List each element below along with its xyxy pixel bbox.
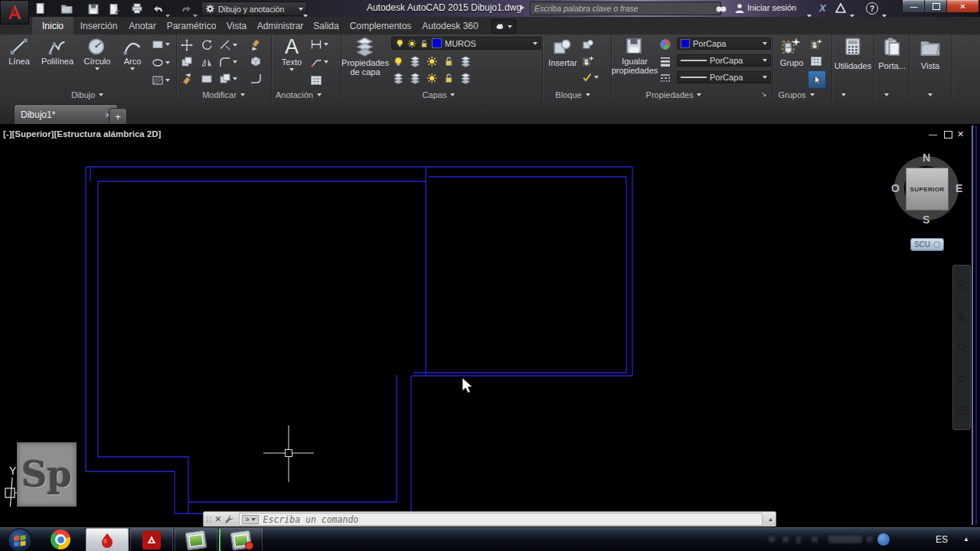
tab-parametrico[interactable]: Paramétrico <box>162 17 220 34</box>
layer-isolate-button[interactable] <box>393 56 404 67</box>
block-attributes-button[interactable] <box>582 72 599 83</box>
layer-dropdown[interactable]: MUROS <box>391 37 541 50</box>
layer-on-off-button[interactable] <box>393 73 404 84</box>
command-grip-icon[interactable]: ⁞⁞ <box>204 515 214 524</box>
undo-button[interactable] <box>150 2 167 15</box>
help-icon[interactable]: ? <box>866 2 878 15</box>
save-as-button[interactable] <box>106 2 122 15</box>
infocenter-collapse-icon[interactable] <box>520 5 524 11</box>
copy-button[interactable] <box>181 56 193 68</box>
open-file-button[interactable] <box>58 2 75 15</box>
tray-icon[interactable] <box>812 536 818 543</box>
tab-administrar[interactable]: Administrar <box>253 17 308 34</box>
tab-salida[interactable]: Salida <box>308 17 345 34</box>
scu-button[interactable]: SCU <box>910 238 944 251</box>
layer-thaw-button[interactable] <box>426 73 438 84</box>
exchange-apps-icon[interactable]: X <box>819 2 826 14</box>
command-history-up-icon[interactable]: ▲ <box>766 517 776 522</box>
panel-anotacion[interactable]: Anotación <box>253 87 345 102</box>
tab-vista[interactable]: Vista <box>220 17 253 34</box>
view-panel-button[interactable]: Vista <box>910 37 950 70</box>
minimize-button[interactable]: — <box>902 0 926 13</box>
steering-wheel-icon[interactable] <box>956 279 968 291</box>
layer-unisolate-button[interactable] <box>410 56 421 67</box>
tab-insercion[interactable]: Inserción <box>74 17 124 34</box>
explode-button[interactable] <box>250 56 262 68</box>
layer-freeze-button[interactable] <box>426 56 438 67</box>
drawing-area[interactable]: [-][Superior][Estructura alámbrica 2D] —… <box>0 124 980 527</box>
viewcube-north[interactable]: N <box>923 152 930 164</box>
group-selection-toggle[interactable] <box>808 70 826 89</box>
create-block-button[interactable] <box>582 38 594 51</box>
workspace-switcher[interactable]: Dibujo y anotación <box>201 2 307 16</box>
scale-button[interactable] <box>201 73 213 85</box>
panel-vista[interactable] <box>884 87 976 102</box>
move-button[interactable] <box>181 39 193 51</box>
panel-dibujo[interactable]: Dibujo <box>41 87 133 102</box>
redo-button[interactable] <box>178 2 194 15</box>
new-drawing-tab-button[interactable]: + <box>109 108 127 126</box>
tray-icon[interactable] <box>769 536 775 543</box>
tray-icon[interactable] <box>867 536 873 543</box>
close-button[interactable]: ✕ <box>946 0 979 13</box>
group-button[interactable]: Grupo <box>775 37 808 67</box>
circle-button[interactable]: Círculo <box>78 37 116 70</box>
object-color-dropdown[interactable]: PorCapa <box>677 37 771 50</box>
autocad-taskbar-button[interactable] <box>86 528 129 551</box>
clipboard-panel-button[interactable]: Porta... <box>875 37 909 70</box>
match-properties-button[interactable]: Igualarpropiedades <box>613 37 656 75</box>
tray-icon[interactable] <box>782 536 789 543</box>
group-edit-button[interactable] <box>810 55 822 67</box>
offset-button[interactable] <box>250 73 262 85</box>
text-button[interactable]: ATexto <box>276 36 308 71</box>
lineweight-dropdown[interactable]: PorCapa <box>677 54 771 67</box>
line-button[interactable]: Línea <box>3 37 35 66</box>
tray-expand-icon[interactable]: ▲ <box>963 536 969 543</box>
table-button[interactable] <box>310 74 322 86</box>
pan-hand-icon[interactable] <box>956 310 968 322</box>
viewcube-face[interactable]: SUPERIOR <box>906 168 949 210</box>
file-tab-dibujo1[interactable]: Dibujo1* ✕ <box>14 104 118 125</box>
command-prompt-icon[interactable]: > <box>242 515 258 524</box>
erase-button[interactable] <box>250 39 262 51</box>
mirror-button[interactable] <box>201 56 213 68</box>
array-button[interactable] <box>219 73 237 85</box>
command-customize-wrench-icon[interactable] <box>221 514 237 524</box>
capture-app-taskbar-button[interactable] <box>175 528 217 551</box>
layer-lock-button[interactable] <box>443 56 455 67</box>
hatch-button[interactable] <box>152 74 170 86</box>
layer-match-button[interactable] <box>460 56 472 67</box>
fillet-button[interactable] <box>219 56 237 68</box>
showmotion-icon[interactable] <box>956 404 968 416</box>
polyline-button[interactable]: Polilínea <box>37 37 78 66</box>
rectangle-button[interactable] <box>152 38 170 51</box>
arc-button[interactable]: Arco <box>116 37 149 70</box>
application-menu-button[interactable] <box>0 0 29 24</box>
search-icon[interactable] <box>715 2 727 14</box>
start-button[interactable] <box>8 528 32 551</box>
command-line-window[interactable]: ⁞⁞ ✕ > Escriba un comando ▲ <box>203 511 776 527</box>
navigation-bar[interactable] <box>952 265 971 430</box>
panel-bloque[interactable]: Bloque <box>527 87 619 102</box>
plot-button[interactable] <box>129 2 145 15</box>
tab-inicio[interactable]: Inicio <box>32 17 74 34</box>
layer-properties-button[interactable]: Propiedadesde capa <box>343 37 387 77</box>
sign-in-button[interactable]: Iniciar sesión <box>747 3 796 12</box>
viewcube-east[interactable]: E <box>956 182 962 194</box>
recorder-app-taskbar-button[interactable] <box>219 528 263 551</box>
tray-network-icon[interactable] <box>877 533 890 546</box>
layer-previous-button[interactable] <box>410 73 421 84</box>
leader-button[interactable] <box>310 56 328 68</box>
search-input[interactable]: Escriba palabra clave o frase <box>530 2 721 15</box>
rotate-button[interactable] <box>201 39 213 51</box>
media-browser-button[interactable] <box>492 19 516 34</box>
viewcube-south[interactable]: S <box>923 214 929 226</box>
trim-button[interactable] <box>219 39 237 51</box>
command-input[interactable]: > Escriba un comando <box>239 513 763 526</box>
panel-propiedades[interactable]: Propiedades <box>628 87 720 102</box>
language-indicator[interactable]: ES <box>936 534 948 545</box>
chrome-taskbar-button[interactable] <box>51 530 70 549</box>
tray-icon[interactable] <box>828 536 862 543</box>
orbit-icon[interactable] <box>956 373 968 385</box>
ungroup-button[interactable] <box>810 38 822 51</box>
